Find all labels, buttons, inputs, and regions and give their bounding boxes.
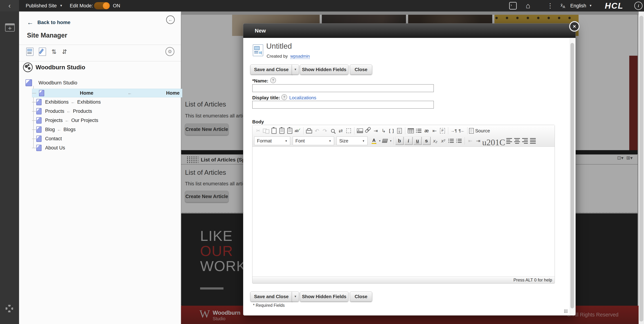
strikethrough-icon[interactable]: s: [422, 137, 430, 145]
save-options-dropdown[interactable]: ▼: [292, 64, 299, 74]
redo-icon[interactable]: [321, 127, 329, 135]
settings-gear-icon[interactable]: ⚙: [166, 47, 174, 56]
editor-content-area[interactable]: [252, 147, 555, 276]
special-character-icon[interactable]: [423, 127, 430, 135]
link-icon[interactable]: [364, 127, 372, 135]
published-site-dropdown[interactable]: Published Site ▼: [26, 0, 62, 11]
insert-tag-icon[interactable]: [388, 127, 396, 135]
align-justify-icon[interactable]: [529, 137, 537, 145]
source-button[interactable]: Source: [469, 127, 490, 135]
indent-icon[interactable]: [474, 137, 482, 145]
toolbar-separator: [467, 127, 468, 134]
scrollbar-thumb[interactable]: [639, 16, 643, 322]
text-direction-ltr-icon[interactable]: [450, 127, 458, 135]
name-input[interactable]: [252, 84, 434, 92]
bold-icon[interactable]: b: [395, 137, 404, 145]
outdent-icon[interactable]: [466, 137, 474, 145]
bulleted-list-icon[interactable]: [455, 137, 463, 145]
align-right-icon[interactable]: [521, 137, 529, 145]
background-color-icon[interactable]: [381, 137, 389, 145]
help-lifebuoy-icon[interactable]: [5, 304, 14, 313]
undo-icon[interactable]: [313, 127, 321, 135]
list-properties-icon[interactable]: [415, 127, 423, 135]
language-label: English: [570, 3, 586, 9]
back-to-home-link[interactable]: ← Back to home: [27, 19, 70, 26]
save-options-dropdown[interactable]: ▼: [292, 292, 299, 302]
find-icon[interactable]: [329, 127, 337, 135]
table-icon[interactable]: [407, 127, 415, 135]
numbered-list-icon[interactable]: [447, 137, 455, 145]
back-chevron-icon[interactable]: ‹: [0, 0, 19, 11]
cut-icon[interactable]: [254, 127, 262, 135]
insert-file-icon[interactable]: [380, 127, 388, 135]
tree-item-about-us[interactable]: About Us: [32, 144, 177, 152]
size-select[interactable]: Size▼: [336, 136, 368, 145]
anchor-icon[interactable]: [372, 127, 380, 135]
subscript-icon[interactable]: x₂: [431, 137, 439, 145]
language-dropdown[interactable]: English ▼: [570, 0, 592, 11]
name-help-icon[interactable]: ?: [270, 77, 276, 83]
show-hidden-fields-button[interactable]: Show Hidden Fields: [300, 64, 348, 74]
mapping-arrow-icon: ←: [128, 90, 132, 95]
collapse-panel-icon[interactable]: ←: [166, 15, 175, 24]
collapse-all-icon[interactable]: ⇵: [62, 48, 67, 55]
display-title-help-icon[interactable]: ?: [281, 94, 287, 100]
close-button[interactable]: Close: [350, 64, 372, 74]
tree-item-exhibitions[interactable]: Exhibitions ← Exhibitions: [32, 98, 177, 106]
dialog-scrollbar[interactable]: [570, 38, 575, 315]
close-button[interactable]: Close: [350, 292, 372, 302]
page-properties-icon[interactable]: P: [438, 127, 446, 135]
print-icon[interactable]: [305, 127, 313, 135]
italic-icon[interactable]: i: [404, 137, 412, 145]
horizontal-rule-icon[interactable]: [430, 127, 438, 135]
paste-icon[interactable]: [270, 127, 278, 135]
editor-help-text: Press ALT 0 for help: [514, 278, 552, 283]
format-select[interactable]: Format▼: [254, 136, 290, 145]
select-all-icon[interactable]: [345, 127, 352, 135]
resize-grip[interactable]: [564, 310, 568, 313]
spell-check-icon[interactable]: [294, 127, 302, 135]
tree-item-blog[interactable]: Blog ← Blogs: [32, 125, 177, 134]
author-link[interactable]: wpsadmin: [290, 54, 310, 59]
tree-item-contact[interactable]: Contact: [32, 134, 177, 143]
expand-all-icon[interactable]: ⇅: [52, 48, 57, 55]
superscript-icon[interactable]: x²: [439, 137, 447, 145]
paste-from-word-icon[interactable]: [286, 127, 294, 135]
divider: [19, 61, 181, 61]
kebab-menu-icon[interactable]: ⋮: [547, 0, 554, 11]
info-icon[interactable]: i: [634, 0, 642, 11]
text-direction-rtl-icon[interactable]: [458, 127, 466, 135]
tree-item-products[interactable]: Products ← Products: [32, 107, 177, 115]
save-and-close-button[interactable]: Save and Close: [250, 292, 292, 302]
display-title-input[interactable]: [252, 101, 434, 109]
align-center-icon[interactable]: [513, 137, 521, 145]
window-scrollbar[interactable]: [638, 11, 644, 324]
underline-icon[interactable]: u: [413, 137, 422, 145]
show-hidden-fields-button[interactable]: Show Hidden Fields: [300, 292, 348, 302]
rich-text-editor: E P Source: [252, 125, 555, 284]
home-icon[interactable]: ⌂: [526, 0, 530, 11]
copy-icon[interactable]: [262, 127, 270, 135]
edit-page-icon[interactable]: [39, 48, 46, 56]
add-content-icon[interactable]: [5, 23, 15, 32]
tree-item-projects[interactable]: Projects ← Our Projects: [32, 116, 177, 124]
text-color-icon[interactable]: A: [370, 137, 378, 145]
tree-root-item[interactable]: Woodburn Studio: [26, 79, 77, 86]
edit-mode-toggle[interactable]: [94, 2, 110, 9]
font-select[interactable]: Font▼: [293, 136, 334, 145]
close-icon[interactable]: ×: [570, 21, 580, 31]
tree-item-home[interactable]: Home ← Home: [32, 89, 182, 97]
edit-mode-label: Edit Mode:: [70, 0, 93, 11]
applications-icon[interactable]: [509, 0, 517, 11]
new-content-icon[interactable]: [26, 48, 34, 56]
save-and-close-button[interactable]: Save and Close: [250, 64, 292, 74]
localizations-link[interactable]: Localizations: [289, 95, 316, 101]
embed-icon[interactable]: E: [396, 127, 404, 135]
image-icon[interactable]: [356, 127, 364, 135]
page-icon: [36, 145, 42, 151]
scrollbar-thumb[interactable]: [570, 43, 574, 308]
blockquote-icon[interactable]: [482, 137, 505, 145]
replace-icon[interactable]: [337, 127, 345, 135]
align-left-icon[interactable]: [505, 137, 513, 145]
paste-plain-text-icon[interactable]: [278, 127, 286, 135]
